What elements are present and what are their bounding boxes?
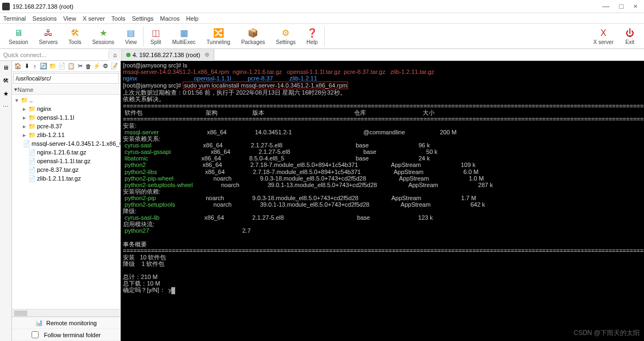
quick-bar: Quick connect... ⌂4. 192.168.227.138 (ro… xyxy=(0,49,644,61)
tool-x-server[interactable]: XX server xyxy=(588,24,619,48)
status-dot-icon xyxy=(126,53,131,57)
file-tool-2[interactable]: ↑ xyxy=(32,63,38,70)
file-icon: 📄 xyxy=(28,158,36,165)
file-icon: 📄 xyxy=(28,175,36,182)
file-tool-10[interactable]: ⚙ xyxy=(102,63,109,70)
app-icon xyxy=(2,3,10,10)
folder-icon: 📁 xyxy=(28,123,36,130)
window-controls: — □ × xyxy=(603,2,642,10)
file-icon: 📄 xyxy=(28,149,36,156)
file-tool-1[interactable]: ⬇ xyxy=(23,63,30,70)
watermark: CSDN @下雨天的太阳 xyxy=(573,330,640,337)
menu-x-server[interactable]: X server xyxy=(83,15,105,22)
h-scrollbar[interactable] xyxy=(12,309,120,317)
file-icon: 📄 xyxy=(23,140,30,147)
tunneling-icon: 🔀 xyxy=(213,28,224,39)
menu-macros[interactable]: Macros xyxy=(160,15,179,22)
tool-exit[interactable]: ⏻Exit xyxy=(619,24,641,48)
tree-item[interactable]: 📄pcre-8.37.tar.gz xyxy=(13,165,119,174)
tree-item[interactable]: ▾📁.. xyxy=(13,96,119,104)
tool-split[interactable]: ◫Split xyxy=(145,24,166,48)
tree-item[interactable]: 📄openssl-1.1.1l.tar.gz xyxy=(13,157,119,165)
tool-settings[interactable]: ⚙Settings xyxy=(270,24,301,48)
folder-icon: 📁 xyxy=(28,132,36,139)
title-bar: 192.168.227.138 (root) — □ × xyxy=(0,0,644,13)
file-tool-5[interactable]: 📄 xyxy=(58,63,66,70)
tree-item[interactable]: ▸📁pcre-8.37 xyxy=(13,122,119,131)
menu-view[interactable]: View xyxy=(63,15,76,22)
sidetab-2[interactable]: ★ xyxy=(2,89,10,98)
tool-packages[interactable]: 📦Packages xyxy=(236,24,270,48)
tool-tunneling[interactable]: 🔀Tunneling xyxy=(201,24,236,48)
tool-multiexec[interactable]: ▦MultiExec xyxy=(166,24,201,48)
tool-servers[interactable]: 🖧Servers xyxy=(34,24,63,48)
tree-item[interactable]: ▸📁zlib-1.2.11 xyxy=(13,131,119,139)
packages-icon: 📦 xyxy=(247,28,258,39)
file-tool-0[interactable]: 🏠 xyxy=(14,63,22,70)
file-tree[interactable]: ▾📁..▸📁nginx▸📁openssl-1.1.1l▸📁pcre-8.37▸📁… xyxy=(12,95,120,309)
maximize-button[interactable]: □ xyxy=(620,2,624,10)
file-tool-9[interactable]: ⚡ xyxy=(93,63,101,70)
close-button[interactable]: × xyxy=(633,2,637,10)
folder-icon: 📁 xyxy=(28,106,36,113)
settings-icon: ⚙ xyxy=(280,28,291,39)
tools-icon: 🛠 xyxy=(70,28,81,39)
multiexec-icon: ▦ xyxy=(178,28,189,39)
tab-row: ⌂4. 192.168.227.138 (root)⊕ xyxy=(109,49,214,61)
session-icon: 🖥 xyxy=(13,28,24,39)
menu-terminal[interactable]: Terminal xyxy=(3,15,26,22)
left-panel: 🏠⬇↑🔄📁📄📋✂🗑⚡⚙📝 /usr/local/src/ ▾ Name ▾📁..… xyxy=(12,61,121,341)
menu-help[interactable]: Help xyxy=(186,15,199,22)
folder-icon: 📁 xyxy=(21,97,28,104)
tree-item[interactable]: 📄zlib-1.2.11.tar.gz xyxy=(13,174,119,183)
file-tool-6[interactable]: 📋 xyxy=(67,63,75,70)
tab-close-icon[interactable]: ⊕ xyxy=(205,51,209,58)
window-title: 192.168.227.138 (root) xyxy=(13,3,73,10)
main-area: 🖥🛠★⋯ 🏠⬇↑🔄📁📄📋✂🗑⚡⚙📝 /usr/local/src/ ▾ Name… xyxy=(0,61,644,341)
file-toolbar: 🏠⬇↑🔄📁📄📋✂🗑⚡⚙📝 xyxy=(12,61,120,72)
help-icon: ❓ xyxy=(307,28,318,39)
menu-bar: TerminalSessionsViewX serverToolsSetting… xyxy=(0,13,644,24)
tree-header: ▾ Name xyxy=(12,85,120,95)
tree-item[interactable]: 📄nginx-1.21.6.tar.gz xyxy=(13,148,119,157)
view-icon: ▤ xyxy=(126,28,137,39)
tree-item[interactable]: 📄mssql-server-14.0.3451.2-1.x86_64.rpm xyxy=(13,139,119,148)
tool-view[interactable]: ▤View xyxy=(120,24,143,48)
sidetab-0[interactable]: 🖥 xyxy=(2,63,10,72)
tree-item[interactable]: ▸📁nginx xyxy=(13,104,119,113)
tree-item[interactable]: ▸📁openssl-1.1.1l xyxy=(13,113,119,122)
side-tab-bar: 🖥🛠★⋯ xyxy=(0,61,12,341)
minimize-button[interactable]: — xyxy=(603,2,610,10)
tool-sessions[interactable]: ★Sessions xyxy=(86,24,120,48)
terminal[interactable]: [root@jamysong src]# lsmssql-server-14.0… xyxy=(121,61,644,341)
session-tab-1[interactable]: 4. 192.168.227.138 (root)⊕ xyxy=(122,49,214,61)
menu-settings[interactable]: Settings xyxy=(132,15,154,22)
quick-connect-input[interactable]: Quick connect... xyxy=(0,52,109,58)
file-tool-7[interactable]: ✂ xyxy=(77,63,83,70)
tool-session[interactable]: 🖥Session xyxy=(3,24,34,48)
file-tool-8[interactable]: 🗑 xyxy=(85,63,91,70)
sidetab-1[interactable]: 🛠 xyxy=(2,76,10,85)
menu-sessions[interactable]: Sessions xyxy=(33,15,57,22)
sessions-icon: ★ xyxy=(98,28,109,39)
folder-icon: 📁 xyxy=(28,114,36,121)
file-icon: 📄 xyxy=(28,166,36,173)
tool-tools[interactable]: 🛠Tools xyxy=(63,24,86,48)
file-tool-11[interactable]: 📝 xyxy=(110,63,118,70)
sidetab-3[interactable]: ⋯ xyxy=(2,102,10,111)
split-icon: ◫ xyxy=(150,28,161,39)
toolbar: 🖥Session🖧Servers🛠Tools★Sessions▤View◫Spl… xyxy=(0,24,644,49)
follow-terminal-checkbox[interactable]: Follow terminal folder xyxy=(12,329,120,341)
file-tool-4[interactable]: 📁 xyxy=(49,63,57,70)
file-tool-3[interactable]: 🔄 xyxy=(40,63,47,70)
tool-help[interactable]: ❓Help xyxy=(301,24,323,48)
remote-monitoring-button[interactable]: 📊Remote monitoring xyxy=(12,317,120,329)
x server-icon: X xyxy=(598,28,609,39)
session-tab-0[interactable]: ⌂ xyxy=(109,49,122,61)
servers-icon: 🖧 xyxy=(43,28,54,39)
menu-tools[interactable]: Tools xyxy=(112,15,126,22)
home-icon: ⌂ xyxy=(113,52,117,58)
exit-icon: ⏻ xyxy=(624,28,635,39)
path-input[interactable]: /usr/local/src/ xyxy=(13,73,119,84)
